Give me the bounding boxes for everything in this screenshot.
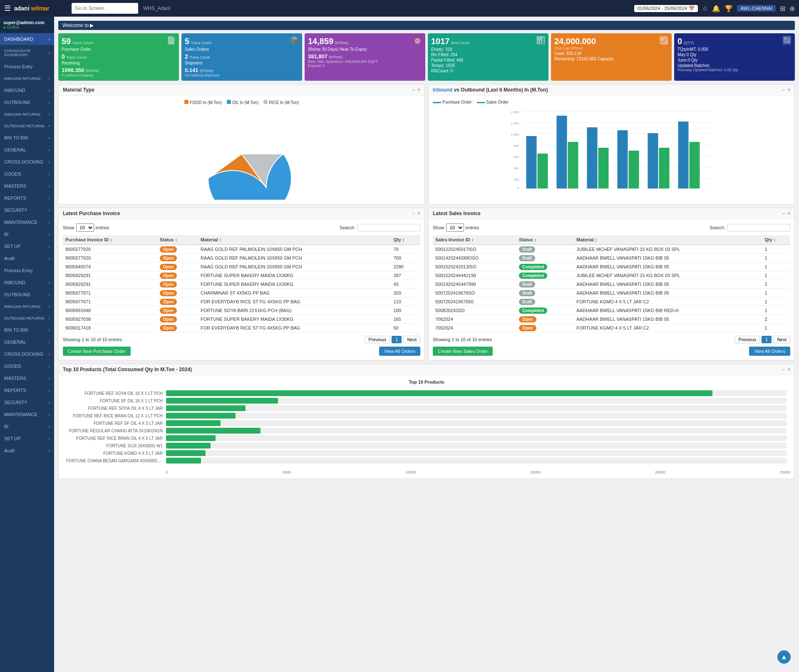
close-inbound-btn[interactable]: × (787, 87, 790, 93)
sidebar-item-outbound[interactable]: OUTBOUND› (0, 97, 54, 109)
purchase-status-cell: Open (157, 324, 198, 332)
minimize-sales-btn[interactable]: − (782, 211, 785, 216)
sidebar-item-security[interactable]: SECURITY› (0, 204, 54, 216)
svg-text:0: 0 (517, 186, 519, 190)
purchase-id-cell: 9005577920 (63, 245, 157, 254)
sidebar-item-maintenance[interactable]: MAINTENANCE› (0, 216, 54, 228)
sidebar-item-bi[interactable]: BI› (0, 228, 54, 241)
grid-icon[interactable]: ⊞ (780, 5, 785, 12)
star-icon[interactable]: ☆ (702, 5, 708, 12)
purchase-status-cell: Open (157, 271, 198, 280)
create-purchase-order-btn[interactable]: Create New Purchase Order (63, 347, 131, 356)
view-all-sales-btn[interactable]: View All Orders (749, 347, 790, 356)
sidebar-item-security-2[interactable]: SECURITY› (0, 397, 54, 409)
view-all-purchase-btn[interactable]: View All Orders (379, 347, 420, 356)
purchase-next-btn[interactable]: Next (403, 336, 420, 343)
sidebar-item-bi-2[interactable]: BI› (0, 421, 54, 433)
trophy-icon[interactable]: 🏆 (725, 5, 733, 12)
sidebar-item-consolidate[interactable]: CONSOLIDATE DASHBOARD› (0, 45, 54, 61)
close-material-btn[interactable]: × (417, 87, 420, 93)
sidebar-user: super@admin.com ● Online (0, 17, 54, 33)
svg-rect-25 (659, 148, 670, 188)
table-row: 5001920245447990 Draft AADHAAR BWELL VAN… (433, 280, 790, 289)
list-item: FORTUNE REGULAR CHAKKI ATTA 3X10KGN1N (66, 428, 787, 434)
receiving-count: 0 (62, 53, 65, 60)
sales-page-1-btn[interactable]: 1 (762, 336, 772, 343)
sidebar-item-reports[interactable]: REPORTS› (0, 192, 54, 204)
minimize-material-btn[interactable]: − (412, 87, 415, 93)
sidebar-item-outbound-ret-2[interactable]: OUTBOUND RETURNS› (0, 312, 54, 324)
network-icon[interactable]: ⊕ (789, 5, 795, 12)
purchase-id-cell: 9005829291 (63, 271, 157, 280)
list-item: FORTUNE REF SF OIL 4 X 5 LT JAR (66, 420, 787, 426)
stat-card-capacity: 📈 24,000.000 (NW Cap.MTons) Used: 839.13… (551, 33, 672, 81)
close-top10-btn[interactable]: × (787, 367, 790, 372)
sidebar-item-bin-to-bin[interactable]: BIN TO BIN› (0, 132, 54, 144)
sidebar-item-inbound-returns-1[interactable]: INBOUND RETURNS› (0, 73, 54, 84)
sidebar-item-inbound-2[interactable]: INBOUND› (0, 277, 54, 289)
sidebar-item-dashboard[interactable]: DASHBOARD› (0, 33, 54, 45)
minimize-inbound-btn[interactable]: − (782, 87, 785, 93)
purchase-qty-cell: 50 (391, 324, 420, 332)
purchase-material-cell: RAAG GOLD REF PALMOLEIN 10X850 GM PCH (198, 254, 391, 263)
bar-fill (166, 390, 712, 396)
svg-rect-16 (526, 136, 537, 188)
sidebar-item-setup-2[interactable]: SET UP› (0, 433, 54, 445)
date-range[interactable]: 01/06/2024 - 25/06/2024 📅 (634, 5, 698, 12)
sidebar-item-setup[interactable]: SET UP› (0, 241, 54, 253)
sidebar-item-inbound-returns-2[interactable]: INBOUND RETURNS› (0, 109, 54, 120)
sidebar-item-general-2[interactable]: GENERAL› (0, 336, 54, 348)
sidebar-item-process-2[interactable]: Process Entry (0, 265, 54, 277)
sidebar-item-outbound-returns[interactable]: OUTBOUND RETURNS› (0, 120, 54, 132)
sales-entries-select[interactable]: 102550 (446, 223, 464, 232)
close-purchase-btn[interactable]: × (417, 211, 420, 216)
sidebar-item-masters[interactable]: MASTERS› (0, 180, 54, 192)
hamburger-icon[interactable]: ☰ (4, 4, 11, 13)
purchase-qty-cell: 70 (391, 245, 420, 254)
bar-track (166, 443, 787, 449)
calendar-icon[interactable]: 📅 (689, 6, 695, 11)
sidebar-item-maintenance-2[interactable]: MAINTENANCE› (0, 409, 54, 421)
sidebar-item-bin2bin-2[interactable]: BIN TO BIN› (0, 324, 54, 336)
bell-icon[interactable]: 🔔 (712, 5, 720, 12)
sales-status-cell: Draft (516, 280, 574, 289)
sidebar-item-process[interactable]: Process Entry (0, 61, 54, 73)
purchase-search-input[interactable] (357, 224, 420, 231)
close-sales-btn[interactable]: × (787, 211, 790, 216)
purchase-entries-select[interactable]: 102550 (76, 223, 94, 232)
sidebar-item-goods[interactable]: GOODS› (0, 168, 54, 180)
purchase-page-1-btn[interactable]: 1 (392, 336, 402, 343)
sidebar-item-inbound-ret-2[interactable]: INBOUND RETURNS› (0, 301, 54, 312)
sidebar-item-masters-2[interactable]: MASTERS› (0, 372, 54, 384)
bar-track (166, 398, 787, 404)
sales-qty-cell: 1 (762, 245, 791, 254)
table-row: 5007202419676SO Draft AADHAAR BWELL VANA… (433, 289, 790, 298)
sales-id-cell: 5001220245017ISO (433, 245, 516, 254)
location-badge[interactable]: AWL-CHENNAI (737, 5, 776, 12)
sidebar-item-audit[interactable]: Audit› (0, 253, 54, 265)
table-row: 9005877671 Open CHARMINAR ST 4X5KG PP BA… (63, 289, 420, 298)
minimize-purchase-btn[interactable]: − (412, 211, 415, 216)
sidebar-item-inbound[interactable]: INBOUND› (0, 84, 54, 97)
search-input[interactable] (72, 5, 138, 11)
sidebar-item-cross-docking[interactable]: CROSS-DOCKING› (0, 156, 54, 168)
sales-next-btn[interactable]: Next (773, 336, 790, 343)
create-sales-order-btn[interactable]: Create New Sales Order (433, 347, 493, 356)
total-mtons: 381,807 (308, 53, 328, 60)
purchase-prev-btn[interactable]: Previous (365, 336, 390, 343)
sidebar-item-goods-2[interactable]: GOODS› (0, 360, 54, 372)
sidebar-item-general[interactable]: GENERAL› (0, 144, 54, 156)
main-content: Welcome to ▶ 📄 59 Trans Count Purchase O… (54, 17, 799, 672)
scroll-top-btn[interactable]: ▲ (777, 650, 791, 664)
bar-label: FORTUNE REF SOYA OIL 4 X 5 LT JAR (66, 406, 166, 411)
sidebar-item-audit-2[interactable]: Audit› (0, 445, 54, 457)
sales-search-input[interactable] (727, 224, 790, 231)
search-box[interactable] (72, 3, 138, 14)
svg-text:400: 400 (514, 166, 519, 170)
sidebar-item-reports-2[interactable]: REPORTS› (0, 384, 54, 397)
sidebar-item-cross-2[interactable]: CROSS-DOCKING› (0, 348, 54, 360)
sidebar-item-outbound-2[interactable]: OUTBOUND› (0, 289, 54, 301)
table-row: 9005829291 Open FORTUNE SUPER BAKERY MAI… (63, 271, 420, 280)
minimize-top10-btn[interactable]: − (782, 367, 785, 372)
sales-prev-btn[interactable]: Previous (734, 336, 760, 343)
